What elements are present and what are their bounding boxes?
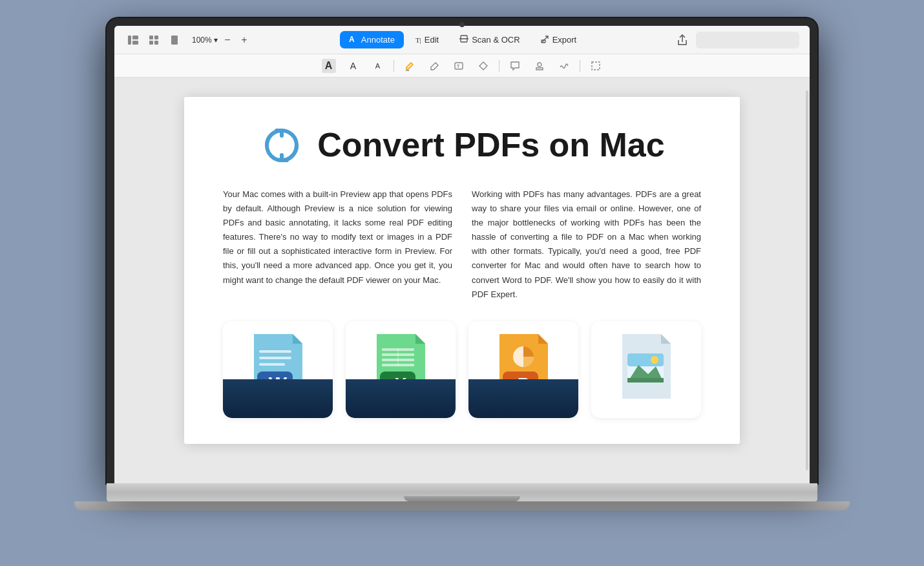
divider-1 <box>394 60 394 72</box>
tab-edit[interactable]: T| Edit <box>406 32 448 48</box>
tab-export-label: Export <box>552 35 577 45</box>
eraser-btn[interactable] <box>425 57 443 75</box>
tab-scan-ocr[interactable]: Scan & OCR <box>450 31 529 48</box>
eraser-icon <box>429 61 439 71</box>
ocean-bg-excel <box>346 379 456 418</box>
tab-export[interactable]: Export <box>532 32 586 48</box>
search-box <box>696 32 799 48</box>
divider-2 <box>499 60 499 72</box>
export-icon <box>541 35 549 45</box>
comment-btn[interactable] <box>506 57 524 75</box>
two-column-section: Your Mac comes with a built-in Preview a… <box>223 187 701 302</box>
left-column-text: Your Mac comes with a built-in Preview a… <box>223 187 452 302</box>
selection-btn[interactable] <box>587 57 605 75</box>
highlight-btn[interactable] <box>401 57 419 75</box>
annotate-icon: A <box>349 34 358 45</box>
camera <box>459 22 465 27</box>
annotation-toolbar: A A A <box>114 54 810 78</box>
text-small-btn[interactable]: A <box>369 57 387 75</box>
svg-point-36 <box>651 356 658 364</box>
svg-rect-3 <box>149 36 153 39</box>
main-toolbar: annotate 100% ▾ − + A An <box>114 26 810 54</box>
scan-icon <box>459 34 468 45</box>
sidebar-view-btn[interactable] <box>125 33 142 47</box>
screen-bezel: annotate 100% ▾ − + A An <box>107 18 817 483</box>
page-title: Convert PDFs on Mac <box>317 127 664 163</box>
search-input[interactable] <box>704 36 801 45</box>
image-file-icon <box>616 334 677 405</box>
signature-icon <box>559 61 569 71</box>
svg-rect-1 <box>132 36 138 39</box>
ocean-bg-word <box>223 379 333 418</box>
toolbar-left: annotate 100% ▾ − + <box>125 33 251 47</box>
svg-rect-37 <box>627 378 664 383</box>
excel-icon-card: X <box>346 321 456 418</box>
svg-rect-11 <box>541 40 545 43</box>
shape-btn[interactable] <box>474 57 492 75</box>
right-column-text: Working with PDFs has many advantages. P… <box>472 187 701 302</box>
svg-rect-0 <box>128 36 131 45</box>
tab-annotate[interactable]: A Annotate <box>340 31 404 48</box>
stamp-icon <box>534 61 545 71</box>
shape-icon <box>478 61 488 71</box>
pdf-page: Convert PDFs on Mac Your Mac comes with … <box>184 97 740 444</box>
laptop-base <box>107 483 817 501</box>
svg-rect-5 <box>149 41 153 45</box>
text-bold-btn[interactable]: A <box>320 57 338 75</box>
svg-rect-19 <box>259 350 291 353</box>
signature-btn[interactable] <box>555 57 573 75</box>
screen-area: annotate 100% ▾ − + A An <box>114 26 810 483</box>
toolbar-right <box>674 32 799 48</box>
svg-rect-7 <box>171 36 178 45</box>
image-icon-card <box>591 321 701 418</box>
svg-rect-20 <box>259 357 291 359</box>
single-view-btn[interactable] <box>166 33 183 47</box>
svg-text:T: T <box>457 64 460 68</box>
word-icon-card: W <box>223 321 333 418</box>
comment-icon <box>510 61 520 71</box>
tab-annotate-label: Annotate <box>361 35 395 45</box>
zoom-level: annotate 100% ▾ <box>192 36 218 45</box>
svg-rect-6 <box>154 41 158 45</box>
stamp-btn[interactable] <box>530 57 549 75</box>
svg-point-17 <box>538 63 541 67</box>
share-button[interactable] <box>674 32 691 48</box>
laptop-foot <box>74 501 850 510</box>
scrollbar[interactable] <box>806 90 808 470</box>
toolbar-tabs: A Annotate T| Edit <box>257 31 669 48</box>
svg-rect-4 <box>154 36 158 39</box>
zoom-in-btn[interactable]: + <box>237 33 251 47</box>
highlight-icon <box>404 61 415 71</box>
ocean-bg-ppt <box>468 379 578 418</box>
tab-edit-label: Edit <box>425 35 439 45</box>
svg-rect-21 <box>259 363 285 366</box>
zoom-out-btn[interactable]: − <box>220 33 235 47</box>
laptop-container: annotate 100% ▾ − + A An <box>74 18 850 548</box>
edit-icon: T| <box>415 36 421 44</box>
file-icons-row: W <box>223 321 701 418</box>
tab-scan-ocr-label: Scan & OCR <box>472 35 520 45</box>
divider-3 <box>580 60 580 72</box>
svg-text:A: A <box>349 35 355 43</box>
svg-rect-2 <box>132 41 138 45</box>
content-area: Convert PDFs on Mac Your Mac comes with … <box>114 78 810 483</box>
textbox-icon: T <box>454 61 464 71</box>
svg-rect-18 <box>592 62 600 70</box>
zoom-control: annotate 100% ▾ − + <box>192 33 251 47</box>
grid-view-btn[interactable] <box>145 33 162 47</box>
textbox-btn[interactable]: T <box>450 57 468 75</box>
page-header: Convert PDFs on Mac <box>223 123 701 168</box>
sync-icon <box>259 123 304 168</box>
text-normal-btn[interactable]: A <box>344 57 362 75</box>
selection-icon <box>591 61 601 71</box>
powerpoint-icon-card: P <box>468 321 578 418</box>
hinge-notch <box>404 496 520 501</box>
